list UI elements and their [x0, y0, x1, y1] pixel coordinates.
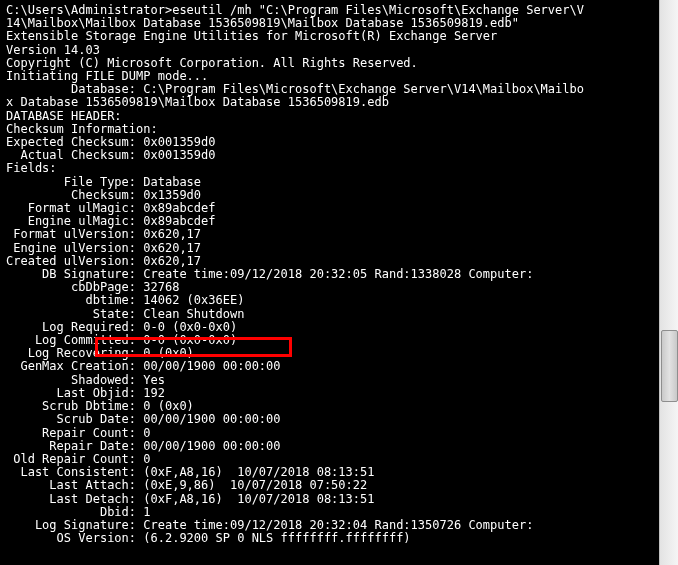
- terminal-line: DATABASE HEADER:: [6, 110, 654, 123]
- terminal-line: GenMax Creation: 00/00/1900 00:00:00: [6, 360, 654, 373]
- terminal-line: Extensible Storage Engine Utilities for …: [6, 30, 654, 43]
- terminal-output: C:\Users\Administrator>eseutil /mh "C:\P…: [0, 0, 660, 565]
- terminal-line: Scrub Date: 00/00/1900 00:00:00: [6, 413, 654, 426]
- terminal-line: Last Detach: (0xF,A8,16) 10/07/2018 08:1…: [6, 493, 654, 506]
- scrollbar-track: [660, 0, 678, 565]
- terminal-line: File Type: Database: [6, 176, 654, 189]
- terminal-line: Version 14.03: [6, 44, 654, 57]
- terminal-line: Last Attach: (0xE,9,86) 10/07/2018 07:50…: [6, 479, 654, 492]
- terminal-line: Fields:: [6, 162, 654, 175]
- terminal-line: Engine ulVersion: 0x620,17: [6, 242, 654, 255]
- scrollbar-thumb[interactable]: [661, 330, 678, 402]
- vertical-scrollbar[interactable]: [659, 0, 678, 565]
- terminal-line: Actual Checksum: 0x001359d0: [6, 149, 654, 162]
- terminal-line: State: Clean Shutdown: [6, 308, 654, 321]
- terminal-line: Format ulVersion: 0x620,17: [6, 228, 654, 241]
- terminal-line: Shadowed: Yes: [6, 374, 654, 387]
- terminal-line: Dbid: 1: [6, 506, 654, 519]
- terminal-line: Repair Date: 00/00/1900 00:00:00: [6, 440, 654, 453]
- terminal-line: x Database 1536509819\Mailbox Database 1…: [6, 96, 654, 109]
- terminal-line: OS Version: (6.2.9200 SP 0 NLS ffffffff.…: [6, 532, 654, 545]
- terminal-line: Repair Count: 0: [6, 427, 654, 440]
- terminal-line: dbtime: 14062 (0x36EE): [6, 294, 654, 307]
